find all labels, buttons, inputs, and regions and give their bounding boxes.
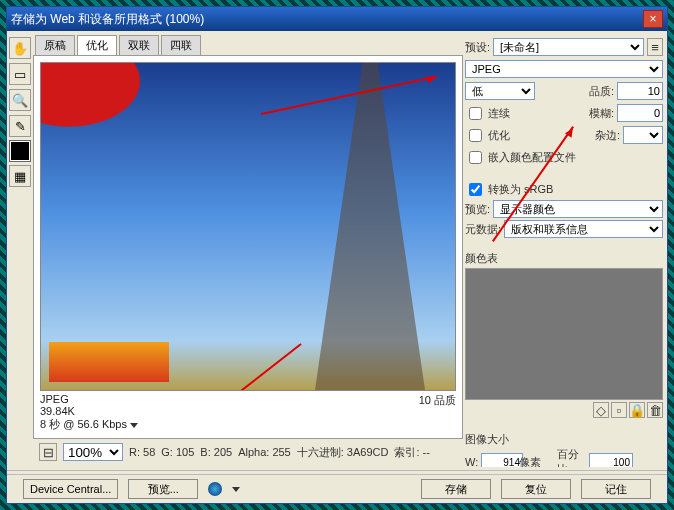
pixels-label: 像素 [519,455,545,468]
image-preview[interactable] [40,62,456,391]
matte-select[interactable] [623,126,663,144]
hand-tool-icon[interactable]: ✋ [9,37,31,59]
preview-info: JPEG 39.84K 8 秒 @ 56.6 Kbps [40,393,138,432]
eyedropper-tool-icon[interactable]: ✎ [9,115,31,137]
preset-label: 预设: [465,40,490,55]
width-input[interactable] [481,453,523,468]
convert-srgb-checkbox[interactable] [469,183,482,196]
close-icon[interactable]: × [643,10,663,28]
preview-timing: 8 秒 @ 56.6 Kbps [40,417,138,432]
maple-leaf-overlay [41,63,181,153]
ct-icon[interactable]: ▫ [611,402,627,418]
chevron-down-icon[interactable] [232,487,240,492]
image-size-heading: 图像大小 [465,432,663,447]
preview-mode-label: 预览: [465,202,490,217]
tab-original[interactable]: 原稿 [35,35,75,55]
preset-select[interactable]: [未命名] [493,38,644,56]
preview-button[interactable]: 预览... [128,479,198,499]
quality-preset-select[interactable]: 低 [465,82,535,100]
preview-format: JPEG [40,393,138,405]
ct-icon[interactable]: ◇ [593,402,609,418]
ct-lock-icon[interactable]: 🔒 [629,402,645,418]
tab-2up[interactable]: 双联 [119,35,159,55]
link-bracket-icon[interactable]: ] [547,466,555,467]
slice-tool-icon[interactable]: ▭ [9,63,31,85]
progressive-label: 连续 [488,106,510,121]
colortable-heading: 颜色表 [465,251,663,266]
tab-optimized[interactable]: 优化 [77,35,117,55]
status-alpha: Alpha: 255 [238,446,291,458]
status-g: G: 105 [161,446,194,458]
foreground-swatch[interactable] [10,141,30,161]
quality-input[interactable] [617,82,663,100]
chevron-down-icon [130,423,138,428]
embed-profile-label: 嵌入颜色配置文件 [488,150,576,165]
annotation-arrow-icon [159,343,302,391]
preview-quality: 10 品质 [419,393,456,432]
blur-input[interactable] [617,104,663,122]
browser-icon[interactable] [208,482,222,496]
toolbar: ✋ ▭ 🔍 ✎ ▦ [9,33,31,465]
link-icon[interactable]: ⊟ [39,443,57,461]
metadata-select[interactable]: 版权和联系信息 [504,220,663,238]
foliage-overlay [49,342,169,382]
quality-label: 品质: [589,84,614,99]
slice-visibility-icon[interactable]: ▦ [9,165,31,187]
preview-size: 39.84K [40,405,138,417]
ct-trash-icon[interactable]: 🗑 [647,402,663,418]
status-r: R: 58 [129,446,155,458]
save-button[interactable]: 存储 [421,479,491,499]
color-table [465,268,663,400]
matte-label: 杂边: [595,128,620,143]
progressive-checkbox[interactable] [469,107,482,120]
status-hex: 十六进制: 3A69CD [297,445,389,460]
preset-menu-icon[interactable]: ≡ [647,38,663,56]
embed-profile-checkbox[interactable] [469,151,482,164]
convert-srgb-label: 转换为 sRGB [488,182,553,197]
tab-4up[interactable]: 四联 [161,35,201,55]
titlebar: 存储为 Web 和设备所用格式 (100%) × [7,7,667,31]
device-central-button[interactable]: Device Central... [23,479,118,499]
percent-input[interactable] [589,453,633,468]
status-b: B: 205 [200,446,232,458]
reset-button[interactable]: 复位 [501,479,571,499]
percent-label: 百分比: [557,447,587,467]
format-select[interactable]: JPEG [465,60,663,78]
remember-button[interactable]: 记住 [581,479,651,499]
zoom-tool-icon[interactable]: 🔍 [9,89,31,111]
optimized-label: 优化 [488,128,510,143]
window-title: 存储为 Web 和设备所用格式 (100%) [11,11,204,28]
width-label: W: [465,456,479,467]
zoom-select[interactable]: 100% [63,443,123,461]
blur-label: 模糊: [589,106,614,121]
status-index: 索引: -- [394,445,429,460]
tower-shape [315,62,425,390]
optimized-checkbox[interactable] [469,129,482,142]
preview-tabs: 原稿 优化 双联 四联 [33,33,463,55]
